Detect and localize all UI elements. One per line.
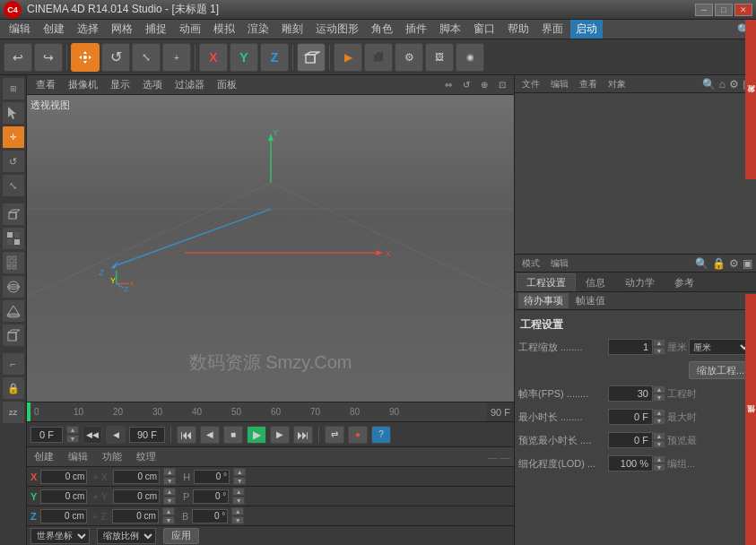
h-input[interactable] <box>194 470 230 484</box>
interactive-render-button[interactable]: ◉ <box>456 43 484 72</box>
sidebar-icon-2[interactable] <box>2 101 25 125</box>
vp-menu-filter[interactable]: 过滤器 <box>169 77 210 92</box>
sidebar-icon-bend[interactable]: ⌐ <box>2 352 25 376</box>
rotate-tool-button[interactable]: ↺ <box>101 43 130 72</box>
fps-up-btn[interactable]: ▲ <box>653 385 665 394</box>
menu-script[interactable]: 脚本 <box>434 20 466 39</box>
go-start-btn[interactable]: ⏮ <box>177 426 196 444</box>
scale-tool-button[interactable]: ⤡ <box>132 43 161 72</box>
sidebar-icon-grid[interactable] <box>2 251 25 274</box>
menu-create[interactable]: 创建 <box>38 20 70 39</box>
om-edit-btn[interactable]: 编辑 <box>547 77 572 91</box>
z-up-btn[interactable]: ▲ <box>162 507 175 515</box>
play-back-fast-btn[interactable]: ◀◀ <box>83 426 102 444</box>
om-view-btn[interactable]: 查看 <box>576 77 601 91</box>
vp-menu-options[interactable]: 选项 <box>137 77 168 92</box>
menu-edit[interactable]: 编辑 <box>4 20 36 39</box>
step-fwd-btn[interactable]: ▶ <box>270 426 290 444</box>
sidebar-icon-box[interactable] <box>2 324 25 347</box>
x-down-btn[interactable]: ▼ <box>163 477 176 485</box>
vp-frame-icon[interactable]: ⊡ <box>494 78 510 92</box>
render-region-button[interactable]: ⬛ <box>364 43 393 72</box>
prop-collapse-icon[interactable]: ▣ <box>743 257 752 270</box>
om-search-icon[interactable]: 🔍 <box>702 78 716 91</box>
vp-rotate-icon[interactable]: ↺ <box>458 78 474 92</box>
menu-plugins[interactable]: 插件 <box>400 20 432 39</box>
play-btn[interactable]: ▶ <box>247 426 266 444</box>
om-object-btn[interactable]: 对象 <box>604 77 630 91</box>
sidebar-icon-1[interactable]: ⊞ <box>2 77 25 100</box>
scale-down-btn[interactable]: ▼ <box>653 347 665 355</box>
z-rel-input[interactable] <box>112 509 159 523</box>
sidebar-icon-cone[interactable] <box>2 299 25 323</box>
menu-snap[interactable]: 捕捉 <box>140 20 172 39</box>
frame-up-btn[interactable]: ▲ <box>66 426 79 434</box>
menu-render[interactable]: 渲染 <box>242 20 274 39</box>
subtab-framerate[interactable]: 帧速值 <box>570 293 611 308</box>
prop-search-icon[interactable]: 🔍 <box>695 257 708 270</box>
minimize-button[interactable]: ─ <box>695 4 713 16</box>
b-down-btn[interactable]: ▼ <box>231 516 244 524</box>
viewport-3d[interactable]: 透视视图 <box>27 95 514 402</box>
lod-up-btn[interactable]: ▲ <box>653 455 665 463</box>
prop-min-time-input[interactable] <box>608 409 653 425</box>
sidebar-icon-scale[interactable]: ⤡ <box>2 174 25 197</box>
menu-help[interactable]: 帮助 <box>502 20 534 39</box>
scale-select[interactable]: 缩放比例 <box>97 528 156 544</box>
prop-fps-input[interactable] <box>608 385 653 402</box>
fps-down-btn[interactable]: ▼ <box>653 394 665 402</box>
y-rel-input[interactable] <box>113 489 160 504</box>
prop-lock-icon[interactable]: 🔒 <box>712 257 726 270</box>
redo-button[interactable]: ↪ <box>34 43 63 72</box>
menu-select[interactable]: 选择 <box>72 20 104 39</box>
coord-system-select[interactable]: 世界坐标 对象坐标 <box>30 528 90 544</box>
prop-settings-icon[interactable]: ⚙ <box>729 257 739 270</box>
menu-window[interactable]: 窗口 <box>468 20 500 39</box>
render-settings-button[interactable]: ⚙ <box>395 43 423 72</box>
menu-character[interactable]: 角色 <box>366 20 398 39</box>
y-pos-input[interactable] <box>40 489 87 504</box>
bottom-texture-btn[interactable]: 纹理 <box>133 449 160 464</box>
subtab-todo[interactable]: 待办事项 <box>518 293 569 308</box>
z-down-btn[interactable]: ▼ <box>162 516 175 524</box>
sidebar-icon-lock[interactable]: 🔒 <box>2 376 25 400</box>
sidebar-icon-rotate[interactable]: ↺ <box>2 150 25 173</box>
y-down-btn[interactable]: ▼ <box>163 497 176 505</box>
end-frame-input[interactable] <box>129 427 165 443</box>
tab-dynamics[interactable]: 动力学 <box>615 273 665 291</box>
go-end-btn[interactable]: ⏭ <box>293 426 313 444</box>
vp-zoom-icon[interactable]: ⊕ <box>476 78 492 92</box>
sidebar-icon-cube[interactable] <box>2 203 25 226</box>
timeline-track[interactable]: 0 10 20 30 40 50 60 70 80 90 <box>30 402 487 422</box>
properties-accent[interactable]: 属性 <box>745 294 756 545</box>
sidebar-icon-checker[interactable] <box>2 227 25 250</box>
om-settings-icon[interactable]: ⚙ <box>729 78 739 91</box>
title-bar-controls[interactable]: ─ □ ✕ <box>695 4 752 16</box>
object-mode-button[interactable] <box>297 43 326 72</box>
prop-lod-input[interactable] <box>608 455 653 471</box>
scale-up-btn[interactable]: ▲ <box>653 339 665 347</box>
prop-mode-btn[interactable]: 模式 <box>518 256 543 271</box>
tab-reference[interactable]: 参考 <box>665 273 704 291</box>
y-up-btn[interactable]: ▲ <box>163 488 176 496</box>
x-up-btn[interactable]: ▲ <box>163 468 176 476</box>
current-frame-input[interactable] <box>30 427 63 443</box>
prop-preview-min-input[interactable] <box>608 432 653 448</box>
vp-menu-view[interactable]: 查看 <box>30 77 61 92</box>
stop-btn[interactable]: ■ <box>223 426 243 444</box>
menu-interface[interactable]: 界面 <box>536 20 569 39</box>
picture-viewer-button[interactable]: 🖼 <box>425 43 454 72</box>
scale-project-btn[interactable]: 缩放工程... <box>689 361 752 379</box>
z-axis-button[interactable]: Z <box>260 43 289 72</box>
h-up-btn[interactable]: ▲ <box>233 468 246 476</box>
render-button[interactable]: ▶ <box>334 43 362 72</box>
menu-simulate[interactable]: 模拟 <box>208 20 240 39</box>
p-down-btn[interactable]: ▼ <box>232 497 245 505</box>
vp-menu-panel[interactable]: 面板 <box>212 77 242 92</box>
tab-info[interactable]: 信息 <box>576 273 615 291</box>
preview-min-up-btn[interactable]: ▲ <box>653 432 665 440</box>
frame-down-btn[interactable]: ▼ <box>66 435 79 443</box>
help-btn[interactable]: ? <box>371 426 391 444</box>
record-btn[interactable]: ● <box>348 426 368 444</box>
undo-button[interactable]: ↩ <box>4 43 32 72</box>
